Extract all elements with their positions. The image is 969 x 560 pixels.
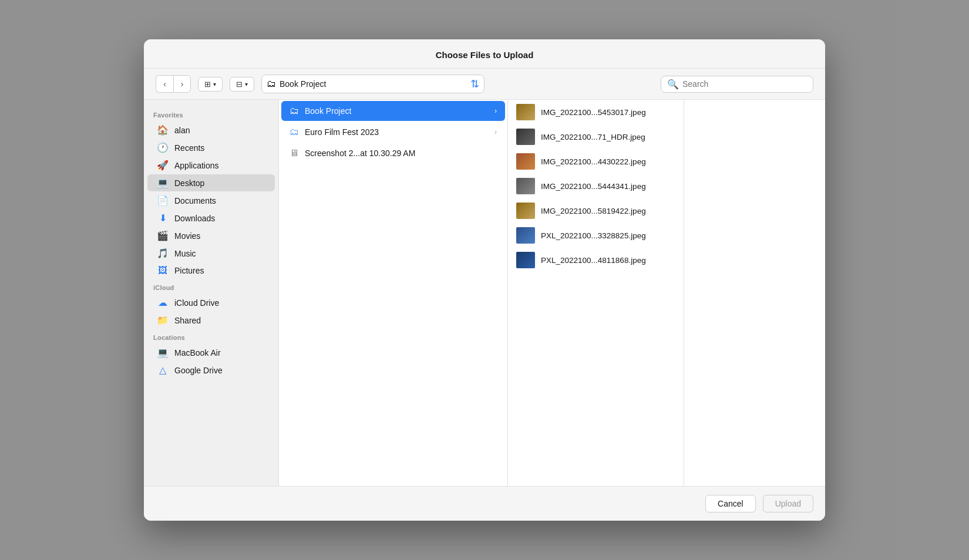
content-area: Favorites 🏠 alan 🕐 Recents 🚀 Application… [144,100,825,486]
grid-dropdown-arrow: ▾ [245,81,248,87]
shared-icon: 📁 [157,315,169,326]
sidebar-item-google-drive[interactable]: △ Google Drive [147,362,275,379]
sidebar-item-label: Documents [174,196,216,205]
columns-icon: ⊞ [204,80,211,89]
back-button[interactable]: ‹ [156,75,173,93]
file-item[interactable]: IMG_2022100...4430222.jpeg [508,149,684,174]
sidebar-item-icloud-drive[interactable]: ☁ iCloud Drive [147,294,275,311]
file-thumbnail [516,227,535,244]
dialog-title: Choose Files to Upload [144,39,825,69]
sidebar-item-recents[interactable]: 🕐 Recents [147,139,275,156]
file-thumbnail [516,129,535,145]
folder-item-screenshot[interactable]: 🖥 Screenshot 2...at 10.30.29 AM [281,143,505,163]
location-stepper[interactable]: ⇅ [470,77,479,90]
file-name: IMG_2022100...5453017.jpeg [541,108,646,117]
preview-panel [684,100,825,486]
pictures-icon: 🖼 [157,265,169,276]
file-name: IMG_2022100...71_HDR.jpeg [541,133,645,141]
file-item[interactable]: PXL_2022100...3328825.jpeg [508,223,684,248]
cancel-button[interactable]: Cancel [705,495,756,512]
search-bar[interactable]: 🔍 [661,76,813,93]
sidebar-item-label: Pictures [174,266,204,275]
file-item[interactable]: IMG_2022100...5444341.jpeg [508,174,684,198]
rocket-icon: 🚀 [157,160,169,171]
sidebar-item-macbook-air[interactable]: 💻 MacBook Air [147,344,275,361]
clock-icon: 🕐 [157,142,169,153]
sidebar-item-downloads[interactable]: ⬇ Downloads [147,210,275,227]
sidebar-item-label: Music [174,249,196,258]
music-icon: 🎵 [157,248,169,259]
location-bar[interactable]: 🗂 Book Project ⇅ [261,75,484,93]
home-icon: 🏠 [157,124,169,136]
sidebar-item-movies[interactable]: 🎬 Movies [147,227,275,244]
forward-button[interactable]: › [173,75,191,93]
columns-view-button[interactable]: ⊞ ▾ [198,77,223,92]
file-thumbnail [516,104,535,120]
chevron-right-icon: › [494,128,497,136]
search-input[interactable] [682,79,807,89]
file-thumbnail [516,252,535,268]
file-thumbnail [516,153,535,170]
file-thumbnail [516,203,535,219]
sidebar-item-documents[interactable]: 📄 Documents [147,192,275,209]
file-name: IMG_2022100...4430222.jpeg [541,157,646,166]
sidebar-item-label: Movies [174,231,200,241]
icloud-section-label: iCloud [144,279,278,294]
columns-dropdown-arrow: ▾ [213,81,216,87]
download-icon: ⬇ [157,212,169,224]
folder-icon: 🗂 [290,106,299,116]
folder-name: Euro Film Fest 2023 [305,127,489,137]
sidebar-item-shared[interactable]: 📁 Shared [147,312,275,329]
location-text: Book Project [280,79,467,89]
folder-location-icon: 🗂 [267,79,276,89]
folder-item-book-project[interactable]: 🗂 Book Project › [281,101,505,121]
sidebar: Favorites 🏠 alan 🕐 Recents 🚀 Application… [144,100,279,486]
sidebar-item-label: Shared [174,316,201,325]
folder-item-euro-film-fest[interactable]: 🗂 Euro Film Fest 2023 › [281,122,505,142]
file-name: PXL_2022100...3328825.jpeg [541,231,646,240]
sidebar-item-label: Applications [174,161,219,170]
sidebar-item-label: MacBook Air [174,348,221,357]
folder-list: 🗂 Book Project › 🗂 Euro Film Fest 2023 ›… [279,100,508,486]
file-thumbnail [516,178,535,194]
search-icon: 🔍 [667,79,679,90]
sidebar-item-label: Recents [174,143,204,153]
folder-icon: 🗂 [290,127,299,137]
file-icon: 🖥 [290,148,299,158]
sidebar-item-label: Desktop [174,178,204,188]
sidebar-item-pictures[interactable]: 🖼 Pictures [147,262,275,279]
main-panel: 🗂 Book Project › 🗂 Euro Film Fest 2023 ›… [279,100,825,486]
cloud-icon: ☁ [157,297,169,308]
file-item[interactable]: PXL_2022100...4811868.jpeg [508,248,684,272]
grid-view-button[interactable]: ⊟ ▾ [230,77,254,92]
document-icon: 📄 [157,195,169,206]
file-item[interactable]: IMG_2022100...5453017.jpeg [508,100,684,124]
upload-button[interactable]: Upload [763,495,813,512]
nav-buttons: ‹ › [156,75,191,93]
laptop-icon: 💻 [157,347,169,358]
sidebar-item-applications[interactable]: 🚀 Applications [147,157,275,174]
dialog-title-text: Choose Files to Upload [436,50,534,60]
sidebar-item-alan[interactable]: 🏠 alan [147,122,275,139]
folder-name: Book Project [305,106,489,116]
file-name: PXL_2022100...4811868.jpeg [541,256,646,265]
sidebar-item-desktop[interactable]: 💻 Desktop [147,174,275,191]
sidebar-item-label: alan [174,126,190,135]
sidebar-item-label: Google Drive [174,366,223,375]
sidebar-item-music[interactable]: 🎵 Music [147,245,275,262]
locations-section-label: Locations [144,329,278,343]
file-chooser-dialog: Choose Files to Upload ‹ › ⊞ ▾ ⊟ ▾ 🗂 Boo… [144,39,825,521]
gdrive-icon: △ [157,365,169,376]
desktop-icon: 💻 [157,177,169,188]
file-item[interactable]: IMG_2022100...71_HDR.jpeg [508,124,684,149]
toolbar: ‹ › ⊞ ▾ ⊟ ▾ 🗂 Book Project ⇅ 🔍 [144,69,825,100]
file-name: IMG_2022100...5819422.jpeg [541,207,646,215]
file-list: IMG_2022100...5453017.jpeg IMG_2022100..… [508,100,684,486]
dialog-footer: Cancel Upload [144,486,825,521]
file-name: IMG_2022100...5444341.jpeg [541,182,646,191]
grid-icon: ⊟ [236,80,243,89]
chevron-right-icon: › [494,107,497,115]
folder-name: Screenshot 2...at 10.30.29 AM [305,149,497,158]
file-item[interactable]: IMG_2022100...5819422.jpeg [508,198,684,223]
movie-icon: 🎬 [157,230,169,241]
